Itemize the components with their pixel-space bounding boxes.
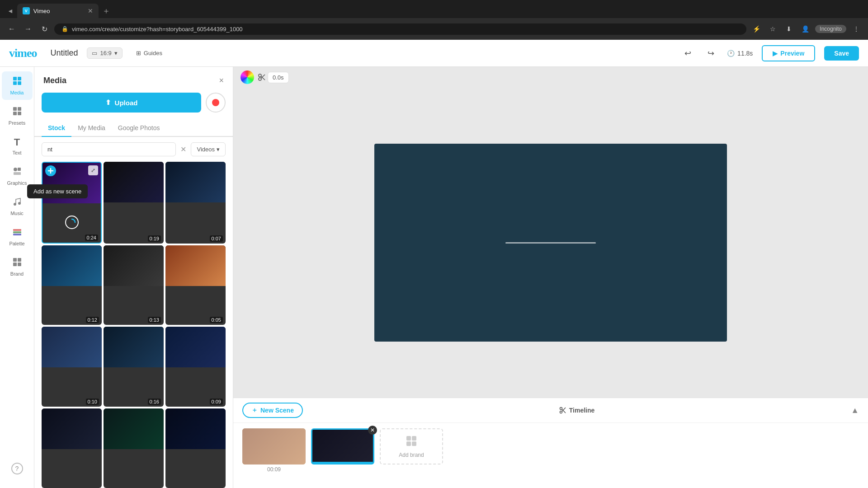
music-label: Music [10, 211, 24, 216]
canvas-time-value: 0.0s [268, 72, 289, 83]
media-duration-3: 0:07 [210, 235, 223, 242]
sidebar-item-presets[interactable]: Presets [2, 102, 33, 130]
media-thumb-6[interactable]: 0:05 [165, 245, 226, 325]
media-thumb-4[interactable]: 0:12 [42, 245, 102, 325]
new-tab-button[interactable]: ＋ [102, 5, 110, 16]
sidebar-item-palette[interactable]: Palette [2, 222, 33, 251]
svg-rect-1 [18, 77, 21, 80]
preview-play-icon: ▶ [773, 50, 778, 57]
aspect-ratio-icon: ▭ [92, 50, 97, 56]
extensions-icon[interactable]: ⚡ [750, 23, 763, 35]
back-nav: ◄ [4, 7, 17, 14]
add-brand-label: Add brand [399, 452, 424, 458]
search-clear-button[interactable]: ✕ [180, 145, 186, 154]
canvas-viewport [233, 88, 868, 398]
svg-rect-14 [13, 231, 21, 233]
scissors-tool[interactable]: 0.0s [258, 72, 289, 83]
preview-button[interactable]: ▶ Preview [762, 45, 815, 61]
sidebar-item-music[interactable]: Music [2, 192, 33, 221]
expand-icon[interactable]: ⤢ [88, 165, 98, 175]
vimeo-logo: vimeo [9, 47, 37, 60]
aspect-ratio-value: 16:9 [100, 50, 111, 56]
media-thumb-3[interactable]: 0:07 [165, 162, 226, 244]
svg-rect-19 [18, 263, 21, 266]
aspect-ratio-chevron: ▾ [114, 50, 118, 56]
time-value: 11.8s [737, 50, 753, 57]
save-button[interactable]: Save [824, 46, 859, 61]
icon-sidebar: Media Presets T Text [0, 67, 34, 488]
text-label: Text [12, 150, 21, 155]
project-title[interactable]: Untitled [50, 48, 78, 58]
forward-button[interactable]: → [22, 23, 34, 35]
address-bar[interactable]: 🔒 vimeo.com/create/customize?hash=storyb… [54, 23, 746, 35]
add-to-scene-icon[interactable] [45, 165, 56, 176]
media-thumb-9[interactable]: 0:09 [165, 327, 226, 407]
browser-tab[interactable]: V Vimeo ✕ [17, 4, 99, 18]
help-button[interactable]: ? [2, 458, 33, 479]
canvas-frame [374, 144, 727, 342]
scene-thumb-2[interactable]: ✕ [311, 428, 374, 465]
profile-icon[interactable]: 👤 [799, 23, 811, 35]
guides-label: Guides [144, 50, 162, 56]
svg-point-12 [18, 202, 21, 205]
aspect-ratio-selector[interactable]: ▭ 16:9 ▾ [87, 47, 122, 59]
timeline-header: ＋ New Scene Timeline ▲ [233, 398, 868, 423]
scene-duration-1: 00:09 [242, 466, 306, 473]
media-label: Media [10, 90, 24, 95]
sidebar-item-text[interactable]: T Text [2, 132, 33, 160]
media-thumb-2[interactable]: 0:19 [104, 162, 164, 244]
media-thumb-1[interactable]: ⤢ 0:24 [42, 162, 102, 244]
media-thumb-11[interactable] [104, 408, 164, 488]
time-display: 🕐 11.8s [727, 50, 753, 57]
svg-rect-13 [13, 229, 21, 231]
new-scene-button[interactable]: ＋ New Scene [242, 403, 303, 418]
media-tabs: Stock My Media Google Photos [34, 120, 233, 137]
sidebar-item-graphics[interactable]: Graphics [2, 162, 33, 190]
svg-rect-10 [14, 172, 21, 175]
add-brand-button[interactable]: Add brand [380, 428, 443, 465]
timeline-collapse-button[interactable]: ▲ [851, 406, 859, 415]
videos-filter-dropdown[interactable]: Videos ▾ [191, 142, 226, 156]
scene-thumb-1[interactable]: 00:09 [242, 428, 306, 473]
record-button[interactable] [206, 93, 226, 113]
svg-rect-4 [13, 107, 17, 111]
media-search-input[interactable] [42, 142, 176, 156]
svg-rect-28 [406, 436, 411, 441]
guides-button[interactable]: ⊞ Guides [132, 48, 167, 58]
media-thumb-7[interactable]: 0:10 [42, 327, 102, 407]
color-wheel-icon[interactable] [241, 70, 254, 84]
scene-close-button[interactable]: ✕ [368, 426, 377, 435]
media-duration-7: 0:10 [86, 399, 99, 405]
record-dot-icon [212, 99, 219, 106]
incognito-label: Incognito [815, 25, 846, 33]
reload-button[interactable]: ↻ [38, 23, 51, 35]
redo-button[interactable]: ↪ [704, 47, 718, 60]
media-panel-close-button[interactable]: × [219, 76, 224, 85]
undo-button[interactable]: ↩ [681, 47, 695, 60]
svg-rect-0 [13, 77, 17, 80]
svg-rect-18 [13, 263, 17, 266]
upload-button[interactable]: ⬆ Upload [42, 93, 201, 113]
media-duration-5: 0:13 [148, 317, 161, 323]
svg-point-24 [560, 411, 562, 413]
text-icon: T [14, 136, 20, 148]
media-thumb-10[interactable] [42, 408, 102, 488]
upload-row: ⬆ Upload [34, 93, 233, 120]
tab-close-button[interactable]: ✕ [88, 7, 93, 14]
tab-google-photos[interactable]: Google Photos [112, 120, 166, 137]
media-thumb-8[interactable]: 0:16 [104, 327, 164, 407]
bookmark-icon[interactable]: ☆ [766, 23, 779, 35]
svg-rect-2 [13, 81, 17, 85]
media-thumb-5[interactable]: 0:13 [104, 245, 164, 325]
brand-label: Brand [10, 271, 24, 277]
svg-point-21 [259, 74, 261, 77]
sidebar-item-brand[interactable]: Brand [2, 253, 33, 281]
tab-stock[interactable]: Stock [42, 120, 71, 137]
sidebar-item-media[interactable]: Media [2, 71, 33, 100]
menu-icon[interactable]: ⋮ [850, 23, 863, 35]
back-button[interactable]: ← [5, 23, 18, 35]
download-icon[interactable]: ⬇ [783, 23, 795, 35]
scene-loading-bar [312, 462, 373, 463]
media-thumb-12[interactable] [165, 408, 226, 488]
tab-my-media[interactable]: My Media [71, 120, 112, 137]
